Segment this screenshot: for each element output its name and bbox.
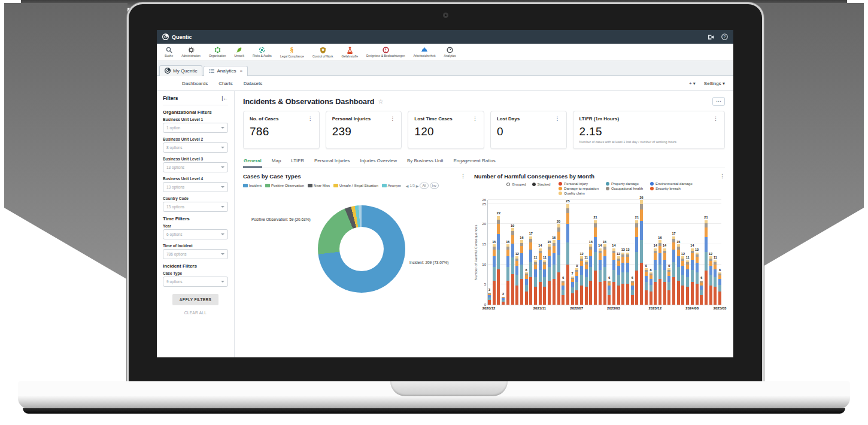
chart-tab-by-business-unit[interactable]: By Business Unit xyxy=(406,156,444,168)
x-tick: 2020/12 xyxy=(482,306,496,310)
laptop-base-shadow xyxy=(23,408,845,414)
dashboard-more-button[interactable]: ⋯ xyxy=(712,97,725,106)
tab-my-quentic[interactable]: My Quentic xyxy=(159,65,202,76)
chart-tab-general[interactable]: General xyxy=(243,156,262,168)
legend-item-damage-to-reputation[interactable]: Damage to reputation xyxy=(559,187,599,190)
kpi-kebab-icon[interactable]: ⋮ xyxy=(472,116,478,122)
subnav-datasets[interactable]: Datasets xyxy=(244,81,263,86)
module-ereignisse-beobachtungen[interactable]: Ereignisse & Beobachtungen xyxy=(362,47,409,57)
legend-item-incident[interactable]: Incident xyxy=(243,184,262,187)
legend-item-personal-injury[interactable]: Personal injury xyxy=(559,182,599,186)
mode-radio-stacked[interactable]: Stacked xyxy=(532,183,551,186)
donut-label-positive-observation: Positive Observation: 59 (20.63%) xyxy=(251,217,311,221)
quentic-brand[interactable]: Quentic xyxy=(162,34,192,40)
legend-item-property-damage[interactable]: Property damage xyxy=(606,182,643,186)
kpi-kebab-icon[interactable]: ⋮ xyxy=(308,116,313,122)
add-button[interactable]: + ▾ xyxy=(689,81,696,86)
subnav-charts[interactable]: Charts xyxy=(218,81,233,86)
module-umwelt[interactable]: Umwelt xyxy=(230,47,248,57)
chart-tab-engagement-ratios[interactable]: Engagement Ratios xyxy=(453,156,496,168)
legend-item-quality-claim[interactable]: Quality claim xyxy=(559,192,599,195)
logout-icon[interactable] xyxy=(708,34,714,40)
legend-prev-icon[interactable]: ◀ xyxy=(406,184,409,188)
subnav-dashboards[interactable]: Dashboards xyxy=(182,81,208,86)
bar-value-label: 21 xyxy=(591,215,600,219)
help-icon[interactable]: ? xyxy=(721,34,728,40)
kpi-kebab-icon[interactable]: ⋮ xyxy=(390,116,395,122)
bar-value-label: 25 xyxy=(563,199,572,203)
brand-name: Quentic xyxy=(172,34,192,40)
legend-dot xyxy=(606,187,609,190)
quentic-logo-icon xyxy=(162,34,169,40)
helmet-icon xyxy=(421,47,428,53)
module-risks-audits[interactable]: Risks & Audits xyxy=(248,47,276,57)
analytics-subnav: DashboardsChartsDatasets + ▾ Settings ▾ xyxy=(157,76,733,91)
filter-select-country-code[interactable]: 13 options xyxy=(163,202,228,212)
x-tick: 2025/03 xyxy=(714,306,727,310)
legend-next-icon[interactable]: ▶ xyxy=(416,184,419,188)
filter-select-business-unit-level-1[interactable]: 1 option xyxy=(163,123,228,133)
chart-tab-injuries-overview[interactable]: Injuries Overview xyxy=(360,156,397,168)
module-gefahrstoffe[interactable]: Gefahrstoffe xyxy=(338,47,362,58)
legend-swatch xyxy=(265,184,270,187)
legend-item-security-breach[interactable]: Security breach xyxy=(650,187,693,190)
alert-circle-icon xyxy=(383,47,389,53)
chart-tab-ltifr[interactable]: LTIFR xyxy=(290,156,305,168)
filter-select-business-unit-level-3[interactable]: 13 options xyxy=(163,162,228,172)
radio-icon xyxy=(532,183,536,186)
org-dots-icon xyxy=(214,47,221,53)
kpi-card-ltifr-1m-hours-: LTIFR (1m Hours) ⋮ 2.15Number of cases w… xyxy=(573,111,725,149)
module-suche[interactable]: Suche xyxy=(160,47,177,57)
legend-item-near-miss[interactable]: Near Miss xyxy=(308,184,330,187)
collapse-sidebar-icon[interactable]: |← xyxy=(221,95,228,101)
chart-tab-map[interactable]: Map xyxy=(271,156,282,168)
bar-chart: Number of Harmful Consequences 051015202… xyxy=(474,200,725,312)
kpi-value: 2.15 xyxy=(579,125,718,138)
legend-item-environmental-damage[interactable]: Environmental damage xyxy=(650,182,693,186)
legend-page: 1/3 xyxy=(409,184,414,187)
legend-inv-button[interactable]: Inv xyxy=(430,183,439,189)
bar-value-label: 12 xyxy=(678,252,688,256)
kpi-subtitle: Number of cases with at least 1 lost day… xyxy=(579,140,718,144)
module-arbeitssicherheit[interactable]: Arbeitssicherheit xyxy=(409,47,440,57)
legend-item-anonym[interactable]: Anonym xyxy=(382,184,401,187)
favorite-star-icon[interactable]: ☆ xyxy=(378,98,384,105)
tab-close-icon[interactable]: × xyxy=(239,68,242,74)
module-control-of-work[interactable]: Control of Work xyxy=(308,47,338,58)
legend-item-occupational-health[interactable]: Occupational health xyxy=(606,187,643,190)
bar-value-label: 17 xyxy=(669,232,679,235)
donut-label-incident: Incident: 209 (73.07%) xyxy=(409,260,448,265)
module-analytics[interactable]: Analytics xyxy=(439,47,460,57)
clear-all-button[interactable]: CLEAR ALL xyxy=(181,310,210,315)
bar-kebab-icon[interactable]: ⋮ xyxy=(720,174,725,179)
kpi-card-lost-time-cases: Lost Time Cases ⋮ 120 xyxy=(408,111,484,149)
tab-analytics[interactable]: Analytics× xyxy=(204,66,248,76)
filter-label: Business Unit Level 1 xyxy=(163,117,228,122)
kpi-kebab-icon[interactable]: ⋮ xyxy=(555,116,560,122)
module-administration[interactable]: Administration xyxy=(177,47,205,57)
filter-select-case-type[interactable]: 9 options xyxy=(163,277,228,287)
module-legal-compliance[interactable]: §Legal Compliance xyxy=(276,47,308,58)
module-organisation[interactable]: Organisation xyxy=(205,47,230,57)
settings-button[interactable]: Settings ▾ xyxy=(704,81,725,86)
apply-filters-button[interactable]: APPLY FILTERS xyxy=(172,294,218,305)
filter-section-title: Time Filters xyxy=(163,216,228,221)
filter-select-time-of-incident[interactable]: 786 options xyxy=(163,249,228,259)
chart-tab-personal-injuries[interactable]: Personal Injuries xyxy=(314,156,351,168)
donut-legend: IncidentPositive ObservationNear MissUns… xyxy=(243,183,466,189)
donut-kebab-icon[interactable]: ⋮ xyxy=(460,174,466,179)
filter-select-business-unit-level-2[interactable]: 8 options xyxy=(163,142,228,153)
filters-title: Filters xyxy=(163,95,178,101)
legend-all-button[interactable]: All xyxy=(420,183,428,189)
filter-select-year[interactable]: 6 options xyxy=(163,229,228,239)
chevron-down-icon xyxy=(221,253,224,255)
kpi-row: No. of Cases ⋮ 786Personal Injuries ⋮ 23… xyxy=(243,111,725,149)
svg-text:?: ? xyxy=(724,35,726,39)
legend-item-unsafe-illegal-situation[interactable]: Unsafe / Illegal Situation xyxy=(333,184,378,187)
legend-item-positive-observation[interactable]: Positive Observation xyxy=(265,184,304,187)
kpi-kebab-icon[interactable]: ⋮ xyxy=(713,116,718,122)
filter-select-business-unit-level-4[interactable]: 13 options xyxy=(163,182,228,192)
dashboard-title: Incidents & Observations Dashboard xyxy=(243,98,375,106)
x-tick: 2021/11 xyxy=(533,306,546,310)
mode-radio-grouped[interactable]: Grouped xyxy=(506,183,526,186)
